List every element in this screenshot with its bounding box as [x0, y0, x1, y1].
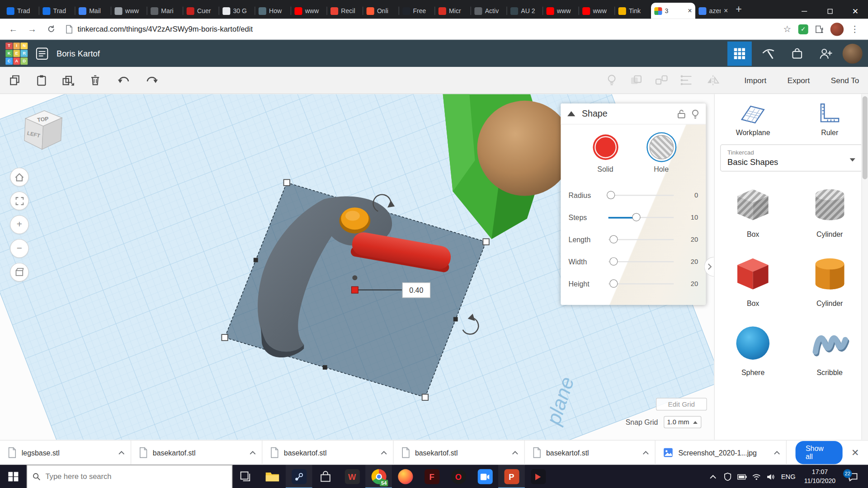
address-bar[interactable]: tinkercad.com/things/4V2zArSWy9m-boris-k… — [62, 24, 776, 33]
shape-library-dropdown[interactable]: Tinkercad Basic Shapes — [720, 145, 863, 172]
download-item[interactable]: basekartof.stl — [131, 441, 262, 465]
chrome-button[interactable]: 54 — [365, 465, 392, 488]
extensions-puzzle-icon[interactable] — [811, 21, 827, 37]
profile-avatar[interactable] — [830, 23, 844, 36]
view-gallery-button[interactable] — [727, 41, 752, 66]
game-launcher-button[interactable]: W — [339, 465, 365, 488]
export-button[interactable]: Export — [788, 76, 810, 85]
steam-button[interactable] — [286, 465, 312, 488]
workplane-tool[interactable]: Workplane — [715, 101, 792, 137]
steps-slider[interactable] — [609, 213, 674, 222]
shape-cylinder[interactable]: Cylinder — [791, 253, 868, 308]
browser-tab[interactable]: Tink — [615, 3, 651, 19]
design-title[interactable]: Boris Kartof — [57, 49, 100, 58]
forward-icon[interactable]: → — [24, 21, 40, 37]
radius-value[interactable]: 0 — [679, 192, 698, 199]
wifi-icon[interactable] — [749, 474, 764, 480]
browser-tab[interactable]: Recil — [327, 3, 363, 19]
browser-tab[interactable]: 30 G — [219, 3, 255, 19]
download-item[interactable]: basekartof.stl — [393, 441, 524, 465]
close-downloads-icon[interactable]: ✕ — [851, 447, 859, 459]
collapse-panel-icon[interactable] — [567, 111, 575, 116]
duplicate-icon[interactable] — [62, 74, 75, 86]
length-value[interactable]: 20 — [679, 236, 698, 244]
download-item[interactable]: basekartof.stl — [524, 441, 656, 465]
maximize-button[interactable] — [817, 3, 842, 19]
chevron-up-icon[interactable] — [380, 450, 387, 455]
minimize-button[interactable] — [792, 3, 817, 19]
shape-box[interactable]: Box — [715, 253, 792, 308]
chevron-up-icon[interactable] — [774, 450, 781, 455]
height-slider[interactable] — [609, 279, 674, 288]
shape-hole-cylinder[interactable]: Cylinder — [791, 184, 868, 239]
sidebar-scrollbar[interactable] — [861, 94, 868, 440]
sphere-object[interactable] — [477, 101, 573, 196]
firefox-button[interactable] — [392, 465, 419, 488]
browser-tab[interactable]: How — [255, 3, 291, 19]
browser-tab[interactable]: www — [579, 3, 615, 19]
search-input[interactable] — [45, 473, 226, 481]
powerpoint-button[interactable]: P — [498, 465, 525, 488]
shape-sphere[interactable]: Sphere — [715, 322, 792, 377]
browser-tab[interactable]: Activ — [471, 3, 507, 19]
action-center-button[interactable]: 22 — [841, 472, 865, 481]
browser-tab[interactable]: Cuer — [183, 3, 219, 19]
tray-expand-icon[interactable] — [706, 474, 720, 479]
browser-tab[interactable]: Micr — [435, 3, 471, 19]
edit-grid-button[interactable]: Edit Grid — [656, 398, 707, 410]
chevron-up-icon[interactable] — [249, 450, 256, 455]
battery-icon[interactable] — [735, 474, 749, 479]
solid-option[interactable]: Solid — [593, 135, 618, 174]
lock-icon[interactable] — [677, 109, 686, 119]
visibility-bulb-icon[interactable] — [691, 109, 699, 119]
f-app-button[interactable]: F — [419, 465, 445, 488]
account-avatar[interactable] — [843, 43, 863, 63]
browser-menu-icon[interactable]: ⋮ — [847, 21, 862, 37]
copy-icon[interactable] — [9, 74, 21, 86]
browser-tab-active[interactable]: 3× — [651, 3, 695, 19]
scrollbar-thumb[interactable] — [863, 96, 868, 179]
shape-scribble[interactable]: Scribble — [791, 322, 868, 377]
browser-tab[interactable]: Mail — [75, 3, 112, 19]
home-view-button[interactable] — [10, 168, 29, 187]
hole-option[interactable]: Hole — [648, 135, 674, 174]
close-button[interactable]: ✕ — [843, 3, 868, 19]
snap-grid-select[interactable]: 1.0 mm — [664, 416, 701, 428]
width-value[interactable]: 20 — [679, 258, 698, 266]
tab-close-icon[interactable]: × — [688, 7, 692, 14]
refresh-icon[interactable] — [43, 21, 59, 37]
opera-button[interactable]: O — [445, 465, 472, 488]
zoom-out-button[interactable]: − — [10, 239, 29, 258]
volume-icon[interactable] — [764, 474, 778, 480]
minecraft-export-icon[interactable] — [756, 41, 781, 66]
hole-selected-ring[interactable] — [646, 132, 676, 162]
download-item[interactable]: Screenshot_2020-1...jpg — [656, 441, 787, 465]
steps-value[interactable]: 10 — [679, 214, 698, 221]
taskbar-clock[interactable]: 17:07 11/10/2020 — [799, 468, 841, 485]
camera-app-button[interactable] — [472, 465, 498, 488]
browser-tab[interactable]: Trad — [3, 3, 39, 19]
chevron-up-icon[interactable] — [118, 450, 125, 455]
show-all-button[interactable]: Show all — [796, 441, 843, 464]
shape-hole-box[interactable]: Box — [715, 184, 792, 239]
ruler-tool[interactable]: Ruler — [791, 101, 868, 137]
paste-icon[interactable] — [35, 74, 47, 86]
undo-icon[interactable] — [118, 75, 131, 85]
delete-icon[interactable] — [90, 74, 100, 86]
browser-tab[interactable]: www — [543, 3, 579, 19]
height-handle[interactable] — [352, 275, 357, 280]
height-value[interactable]: 20 — [679, 280, 698, 288]
length-slider[interactable] — [609, 235, 674, 244]
task-view-button[interactable] — [232, 465, 259, 488]
browser-tab[interactable]: www — [291, 3, 327, 19]
browser-tab[interactable]: Mari — [147, 3, 184, 19]
bookmark-star-icon[interactable]: ☆ — [779, 21, 795, 37]
chevron-up-icon[interactable] — [511, 450, 519, 455]
redo-icon[interactable] — [145, 75, 158, 85]
browser-tab[interactable]: Free — [399, 3, 435, 19]
browser-tab[interactable]: Onli — [363, 3, 399, 19]
tinkercad-logo[interactable]: TIN KER CAD — [5, 42, 28, 65]
import-button[interactable]: Import — [745, 76, 767, 85]
fit-view-button[interactable] — [10, 192, 29, 211]
store-button[interactable] — [312, 465, 339, 488]
